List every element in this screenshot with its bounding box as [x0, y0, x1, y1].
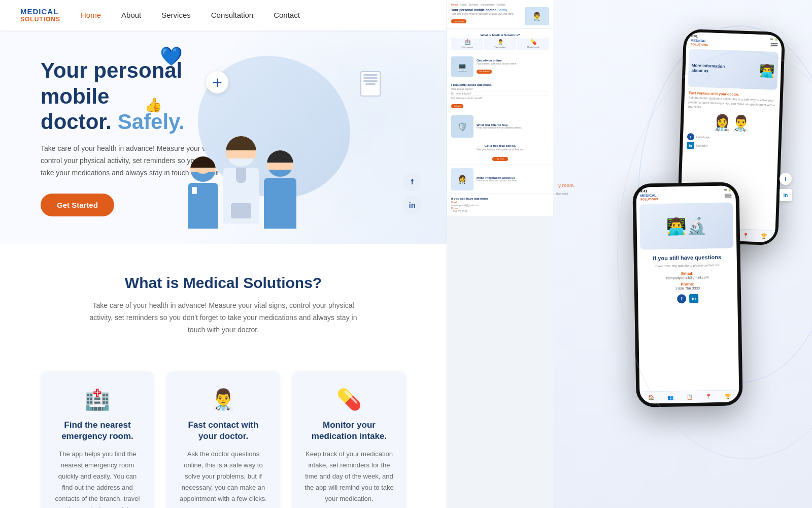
nav-item-services[interactable]: Services [161, 11, 191, 20]
nav-item-contact[interactable]: Contact [274, 11, 300, 20]
mini-more-info-desc: Learn more about our mission and team. [477, 179, 549, 182]
mini-faq-items: What can we expect? Do I need a doctor? … [451, 88, 549, 100]
mini-hero-title: Your personal mobile doctor. Safely. [451, 8, 523, 12]
phone2-people-nav-icon[interactable]: 👥 [667, 395, 673, 400]
phone1-doctor-img: 👩‍⚕️👨‍⚕️ [687, 112, 775, 133]
facebook-button[interactable]: f [403, 173, 421, 191]
phone2-bottom-nav: 🏠 👥 📋 📍 🏆 [639, 390, 739, 403]
phone2-time: 9:41 [640, 189, 647, 193]
phone1-battery-icon: 🔋 [774, 37, 778, 41]
nav-link-consultation[interactable]: Consultation [211, 11, 253, 19]
nav-link-contact[interactable]: Contact [274, 11, 300, 19]
phone2-facebook-icon[interactable]: f [677, 294, 686, 303]
sidebar-right: Home About Services Consultation Contact… [447, 0, 553, 508]
mini-hero-image: 👨‍⚕️ [525, 7, 549, 25]
phone2-trophy-nav-icon[interactable]: 🏆 [725, 394, 731, 399]
phone2-section-desc: If you have any questions please contact… [642, 263, 732, 269]
mini-trial-btn[interactable]: Try now! [492, 157, 508, 161]
phone1-menu-icon[interactable] [770, 43, 777, 47]
mini-more-info-section: 👩‍⚕️ More information about us Learn mor… [447, 165, 553, 194]
mini-get-started-btn[interactable]: Get Started [451, 19, 466, 23]
phone1-trophy-nav-icon[interactable]: 🏆 [761, 233, 767, 239]
mini-hero-desc: Take care of your health in advance! Mea… [451, 13, 523, 15]
feature-card-medication: 💊 Monitor your medication intake. Keep t… [292, 371, 406, 508]
mini-faq-title: Frequently asked questions. [451, 83, 549, 86]
mini-nav-consultation: Consultation [481, 3, 495, 6]
mini-advice-desc: Fast contact with your doctor online. [477, 62, 549, 65]
nav-item-consultation[interactable]: Consultation [211, 11, 253, 20]
phone1-time: 9:41 [691, 34, 698, 38]
mini-card-2: 👨‍⚕️Fast contact [484, 38, 516, 50]
phone2-linkedin-icon[interactable]: in [689, 294, 698, 303]
mini-advice-btn[interactable]: Get Started [477, 70, 492, 74]
phones-facebook-btn[interactable]: f [780, 173, 792, 185]
nav-link-home[interactable]: Home [81, 11, 101, 19]
mini-what-is-section: What is Medical Solutions? 🏥Find nearest… [447, 29, 553, 53]
mini-card-3-icon: 💊 [519, 39, 548, 45]
mini-nav-contact: Contact [496, 3, 505, 6]
phone2-section-title: If you still have questions [642, 253, 732, 262]
mini-advice-img: 💻 [451, 56, 473, 77]
mini-hero-section: Home About Services Consultation Contact… [447, 0, 553, 29]
emergency-icon: 🏥 [53, 388, 142, 411]
phone1-facebook-icon: f [687, 133, 694, 140]
phone1-content: Fast contact with your doctor. Ask the d… [683, 89, 780, 154]
nav-item-home[interactable]: Home [81, 11, 101, 20]
phone2-location-nav-icon[interactable]: 📍 [705, 394, 712, 399]
mini-clients-img: 🛡️ [451, 115, 473, 138]
hero-section: 💙 ＋ 👍 Your personal mobile doctor. Safel… [0, 30, 447, 244]
logo[interactable]: MEDICAL SOLUTIONS [20, 8, 60, 23]
mini-hero-text: Your personal mobile doctor. Safely. Tak… [451, 8, 523, 24]
plus-icon: ＋ [206, 71, 228, 93]
phone2-social-links: f in [643, 294, 732, 304]
phone2-menu-icon[interactable] [725, 194, 732, 198]
overlay-text-emergency: y room. [558, 183, 575, 188]
nav-link-about[interactable]: About [121, 11, 141, 19]
logo-solutions: SOLUTIONS [20, 16, 60, 23]
phone-mockup-2: 9:41 ▪▪▪ 🔋 MEDICALSOLUTIONS [632, 182, 743, 407]
mini-trial-desc: Start your free trial and experience all… [451, 148, 549, 151]
feature-title-1: Fast contact with your doctor. [179, 420, 268, 442]
linkedin-button[interactable]: in [403, 196, 421, 214]
phone2-header: MEDICALSOLUTIONS [636, 191, 735, 202]
feature-desc-2: Keep track of your medication intake, se… [304, 449, 394, 504]
phone1-location-nav-icon[interactable]: 📍 [742, 233, 749, 238]
nav-item-about[interactable]: About [121, 11, 141, 20]
mini-phone-label: Phone: [451, 207, 549, 210]
nav-links: Home About Services Consultation Contact [81, 11, 300, 20]
mini-nav-about: About [460, 3, 466, 6]
mini-email-label: Email: [451, 201, 549, 204]
mini-hero-row: Your personal mobile doctor. Safely. Tak… [451, 7, 549, 25]
phone2-screen: 9:41 ▪▪▪ 🔋 MEDICALSOLUTIONS [636, 185, 739, 403]
mini-nav-services: Services [468, 3, 478, 6]
phone2-doctor-illustration: 👨‍💻🔬 [639, 202, 734, 249]
thumb-icon: 👍 [145, 97, 162, 113]
mini-nav-home: Home [451, 3, 458, 6]
phone2-logo: MEDICALSOLUTIONS [640, 194, 658, 201]
mini-what-is-title: What is Medical Solutions? [451, 34, 549, 37]
phone1-linkedin-link[interactable]: in LinkedIn [687, 142, 774, 152]
phone2-doc-nav-icon[interactable]: 📋 [686, 394, 692, 400]
what-is-title: What is Medical Solutions? [41, 274, 406, 292]
phone1-linkedin-label: LinkedIn [696, 144, 707, 148]
feature-desc-0: The app helps you find the nearest emerg… [53, 449, 142, 508]
mini-advice-section: 💻 Get advice online. Fast contact with y… [447, 53, 553, 80]
phone1-logo: MEDICALSOLUTIONS [690, 39, 708, 46]
social-sidebar: f in [403, 173, 421, 214]
phone2-signal-icon: ▪▪▪ [724, 188, 727, 191]
mini-faq-item-3: Can I choose a doctor myself? [451, 97, 549, 100]
mini-trial-section: Get a free trial period. Start your free… [447, 141, 553, 165]
mini-faq-btn[interactable]: Get App [451, 104, 463, 108]
mini-faq-item-2: Do I need a doctor? [451, 92, 549, 96]
overlay-text-emergency-sub: ...the end [553, 192, 568, 196]
mini-phone-value: 1 856 756 3333 [451, 210, 549, 213]
nav-link-services[interactable]: Services [161, 11, 191, 19]
phone2-home-nav-icon[interactable]: 🏠 [648, 395, 654, 400]
mini-faq-section: Frequently asked questions. What can we … [447, 80, 553, 112]
logo-medical: MEDICAL [20, 8, 60, 16]
navbar: MEDICAL SOLUTIONS Home About Services Co… [0, 0, 447, 30]
phones-linkedin-btn[interactable]: in [780, 189, 792, 201]
feature-cards: 🏥 Find the nearest emergency room. The a… [0, 356, 447, 508]
phone1-hero-title: More informationabout us [691, 63, 760, 75]
get-started-button[interactable]: Get Started [41, 194, 114, 216]
